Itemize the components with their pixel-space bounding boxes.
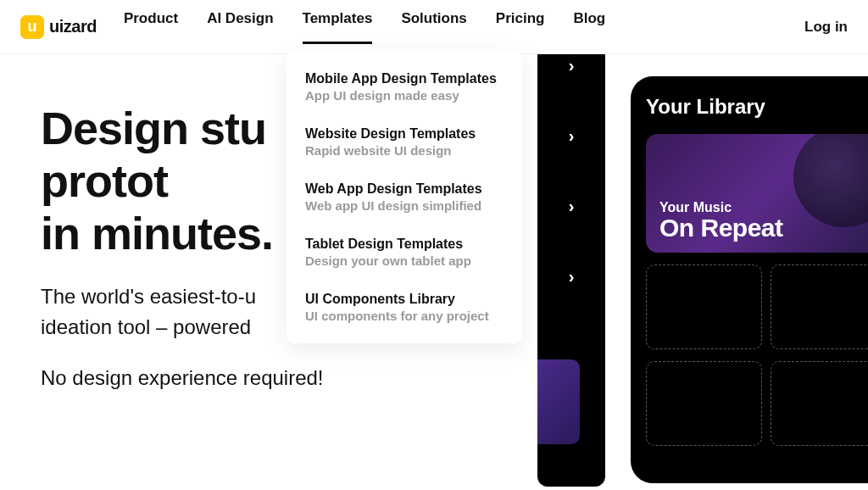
preview-placeholder-row bbox=[646, 264, 868, 349]
dd-item-title: Website Design Templates bbox=[305, 126, 504, 142]
nav-templates[interactable]: Templates bbox=[303, 10, 373, 44]
dd-item-sub: App UI design made easy bbox=[305, 88, 504, 103]
preview-device-frame: Your Library Your Music On Repeat bbox=[631, 76, 868, 483]
dd-mobile-app-templates[interactable]: Mobile App Design Templates App UI desig… bbox=[305, 71, 504, 103]
logo-mark-icon: u bbox=[20, 15, 44, 39]
dd-item-sub: Rapid website UI design bbox=[305, 143, 504, 158]
preview-placeholder-cell bbox=[771, 264, 868, 349]
preview-placeholder-cell bbox=[771, 361, 868, 446]
product-preview: › › › › Your Library Your Music On Repea… bbox=[537, 46, 868, 487]
preview-card-title: On Repeat bbox=[659, 215, 868, 241]
nav-ai-design[interactable]: AI Design bbox=[207, 10, 273, 44]
dd-website-templates[interactable]: Website Design Templates Rapid website U… bbox=[305, 126, 504, 158]
nav-blog[interactable]: Blog bbox=[573, 10, 605, 44]
chevron-right-icon: › bbox=[569, 56, 575, 75]
dd-web-app-templates[interactable]: Web App Design Templates Web app UI desi… bbox=[305, 181, 504, 213]
nav-product[interactable]: Product bbox=[124, 10, 178, 44]
top-nav: u uizard Product AI Design Templates Sol… bbox=[0, 0, 868, 54]
preview-placeholder-row bbox=[646, 361, 868, 446]
dd-item-title: UI Components Library bbox=[305, 292, 504, 307]
preview-music-card: Your Music On Repeat bbox=[646, 134, 868, 253]
chevron-right-icon: › bbox=[569, 197, 575, 216]
preview-accent-tile bbox=[537, 359, 580, 444]
dd-tablet-templates[interactable]: Tablet Design Templates Design your own … bbox=[305, 237, 504, 268]
dd-item-title: Web App Design Templates bbox=[305, 181, 504, 197]
dd-item-sub: UI components for any project bbox=[305, 309, 504, 323]
logo-text: uizard bbox=[49, 17, 97, 36]
logo[interactable]: u uizard bbox=[20, 15, 97, 39]
chevron-right-icon: › bbox=[569, 267, 575, 287]
primary-nav: Product AI Design Templates Solutions Pr… bbox=[124, 10, 605, 44]
preview-library-title: Your Library bbox=[646, 95, 868, 119]
preview-placeholder-cell bbox=[646, 361, 762, 446]
dd-item-sub: Design your own tablet app bbox=[305, 253, 504, 268]
login-link[interactable]: Log in bbox=[804, 19, 848, 36]
templates-dropdown: Mobile App Design Templates App UI desig… bbox=[287, 51, 522, 343]
dd-item-sub: Web app UI design simplified bbox=[305, 198, 504, 213]
chevron-right-icon: › bbox=[569, 126, 575, 146]
dd-item-title: Mobile App Design Templates bbox=[305, 71, 504, 86]
dd-ui-components-library[interactable]: UI Components Library UI components for … bbox=[305, 292, 504, 323]
dd-item-title: Tablet Design Templates bbox=[305, 237, 504, 252]
preview-placeholder-cell bbox=[646, 264, 762, 349]
nav-solutions[interactable]: Solutions bbox=[401, 10, 466, 44]
nav-pricing[interactable]: Pricing bbox=[496, 10, 545, 44]
